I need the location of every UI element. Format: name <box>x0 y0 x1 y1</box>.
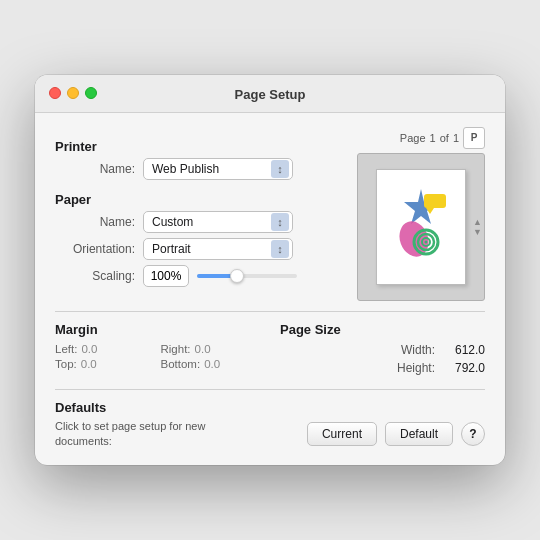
scaling-label: Scaling: <box>55 269 135 283</box>
page-navigation: Page 1 of 1 P <box>400 127 485 149</box>
margin-left-value: 0.0 <box>81 343 97 355</box>
defaults-buttons: Current Default ? <box>307 422 485 446</box>
svg-rect-1 <box>424 194 446 208</box>
margin-right-label: Right: <box>161 343 191 355</box>
default-button[interactable]: Default <box>385 422 453 446</box>
margin-top-label: Top: <box>55 358 77 370</box>
margin-section: Margin Left: 0.0 Right: 0.0 Top: 0.0 <box>55 322 260 379</box>
margin-bottom-item: Bottom: 0.0 <box>161 358 261 370</box>
content-area: Printer Name: Web Publish ↕ Paper Name: <box>35 113 505 466</box>
page-total: 1 <box>453 132 459 144</box>
margin-top-item: Top: 0.0 <box>55 358 155 370</box>
orientation-select[interactable]: Portrait <box>143 238 293 260</box>
top-row: Printer Name: Web Publish ↕ Paper Name: <box>55 127 485 301</box>
margin-right-value: 0.0 <box>195 343 211 355</box>
paper-section-label: Paper <box>55 192 343 207</box>
current-button[interactable]: Current <box>307 422 377 446</box>
defaults-row: Click to set page setup for new document… <box>55 419 485 450</box>
orientation-row: Orientation: Portrait ↕ <box>55 238 343 260</box>
svg-point-7 <box>425 241 428 244</box>
margin-left-label: Left: <box>55 343 77 355</box>
printer-name-select[interactable]: Web Publish <box>143 158 293 180</box>
scaling-row: Scaling: <box>55 265 343 287</box>
pagesize-width-label: Width: <box>401 343 435 357</box>
defaults-section-label: Defaults <box>55 400 485 415</box>
pagesize-width-row: Width: 612.0 <box>280 343 485 357</box>
page-preview <box>376 169 466 285</box>
scaling-slider-thumb[interactable] <box>230 269 244 283</box>
close-button[interactable] <box>49 87 61 99</box>
paper-name-select[interactable]: Custom <box>143 211 293 233</box>
pagesize-height-label: Height: <box>397 361 435 375</box>
divider-1 <box>55 311 485 312</box>
orientation-select-wrapper: Portrait ↕ <box>143 238 293 260</box>
margin-top-value: 0.0 <box>81 358 97 370</box>
margin-bottom-value: 0.0 <box>204 358 220 370</box>
page-nav-button[interactable]: P <box>463 127 485 149</box>
window-title: Page Setup <box>235 87 306 102</box>
bottom-section: Margin Left: 0.0 Right: 0.0 Top: 0.0 <box>55 322 485 379</box>
maximize-button[interactable] <box>85 87 97 99</box>
left-panel: Printer Name: Web Publish ↕ Paper Name: <box>55 127 343 292</box>
page-preview-area: ▲ ▼ <box>357 153 485 301</box>
printer-name-select-wrapper: Web Publish ↕ <box>143 158 293 180</box>
page-of-label: of <box>440 132 449 144</box>
page-setup-window: Page Setup Printer Name: Web Publish ↕ <box>35 75 505 466</box>
scaling-slider-track[interactable] <box>197 274 297 278</box>
printer-section-label: Printer <box>55 139 343 154</box>
margin-bottom-label: Bottom: <box>161 358 201 370</box>
traffic-lights <box>49 87 97 99</box>
printer-name-label: Name: <box>55 162 135 176</box>
preview-illustration <box>386 184 456 269</box>
defaults-description: Click to set page setup for new document… <box>55 419 215 450</box>
pagesize-height-row: Height: 792.0 <box>280 361 485 375</box>
page-btn-icon: P <box>471 132 478 143</box>
pagesize-width-value: 612.0 <box>443 343 485 357</box>
paper-name-select-wrapper: Custom ↕ <box>143 211 293 233</box>
margin-right-item: Right: 0.0 <box>161 343 261 355</box>
paper-name-row: Name: Custom ↕ <box>55 211 343 233</box>
page-current: 1 <box>430 132 436 144</box>
help-button[interactable]: ? <box>461 422 485 446</box>
titlebar: Page Setup <box>35 75 505 113</box>
paper-name-label: Name: <box>55 215 135 229</box>
scroll-up-icon: ▲ <box>473 217 482 226</box>
page-label: Page <box>400 132 426 144</box>
pagesize-section: Page Size Width: 612.0 Height: 792.0 <box>280 322 485 379</box>
margin-left-item: Left: 0.0 <box>55 343 155 355</box>
margin-section-label: Margin <box>55 322 260 337</box>
margin-grid: Left: 0.0 Right: 0.0 Top: 0.0 Bottom: 0.… <box>55 343 260 370</box>
orientation-label: Orientation: <box>55 242 135 256</box>
minimize-button[interactable] <box>67 87 79 99</box>
pagesize-section-label: Page Size <box>280 322 485 337</box>
pagesize-height-value: 792.0 <box>443 361 485 375</box>
scaling-input[interactable] <box>143 265 189 287</box>
preview-scroll[interactable]: ▲ ▼ <box>473 217 482 236</box>
scroll-down-icon: ▼ <box>473 227 482 236</box>
right-panel: Page 1 of 1 P <box>355 127 485 301</box>
printer-name-row: Name: Web Publish ↕ <box>55 158 343 180</box>
divider-2 <box>55 389 485 390</box>
defaults-section: Defaults Click to set page setup for new… <box>55 400 485 450</box>
